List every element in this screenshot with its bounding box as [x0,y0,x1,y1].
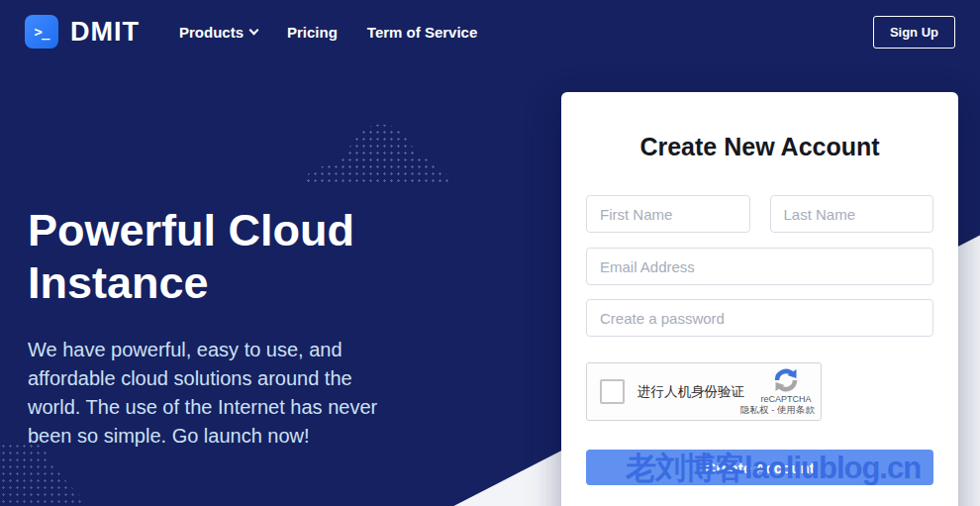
recaptcha-privacy-terms-links[interactable]: 隐私权 - 使用条款 [740,404,815,417]
brand-name: DMIT [70,17,140,48]
dotted-corner-decoration [0,443,119,506]
recaptcha-brand-text: reCAPTCHA [756,394,816,404]
hero-title: Powerful Cloud Instance [28,204,463,309]
name-fields-row [586,195,933,233]
signup-button[interactable]: Sign Up [873,16,955,49]
recaptcha-widget: 进行人机身份验证 reCAPTCHA 隐私权 - 使用条款 [586,362,822,421]
recaptcha-label: 进行人机身份验证 [637,383,744,401]
signup-form: 进行人机身份验证 reCAPTCHA 隐私权 - 使用条款 Create Acc… [586,195,933,485]
terminal-glyph: >_ [35,24,49,40]
signup-card: Create New Account 进行人机身份验证 reCAPTCHA [561,92,958,506]
nav-links: Products Pricing Term of Service [179,24,477,41]
card-title: Create New Account [561,133,958,161]
email-field-wrap [586,248,933,285]
nav-item-pricing[interactable]: Pricing [287,24,338,41]
dotted-cloud-decoration [305,101,453,183]
hero-section: Powerful Cloud Instance We have powerful… [28,204,463,451]
password-field-wrap [586,299,933,337]
email-input[interactable] [586,248,933,285]
recaptcha-checkbox[interactable] [600,379,625,404]
nav-item-term-of-service[interactable]: Term of Service [367,24,477,41]
create-account-button[interactable]: Create Account [586,450,933,485]
password-input[interactable] [586,299,933,337]
first-name-input[interactable] [586,195,750,233]
nav-item-term-of-service-label: Term of Service [367,24,477,41]
nav-item-products[interactable]: Products [179,24,257,41]
nav-item-pricing-label: Pricing [287,24,338,41]
brand-logo[interactable]: >_ DMIT [25,15,140,49]
recaptcha-logo-icon [773,367,799,393]
chevron-down-icon [249,25,259,35]
hero-description: We have powerful, easy to use, and affor… [28,336,463,451]
nav-item-products-label: Products [179,24,244,41]
terminal-icon: >_ [25,15,58,49]
recaptcha-logo-block: reCAPTCHA [756,367,816,404]
last-name-input[interactable] [770,195,934,233]
navbar: >_ DMIT Products Pricing Term of Service… [0,0,980,63]
